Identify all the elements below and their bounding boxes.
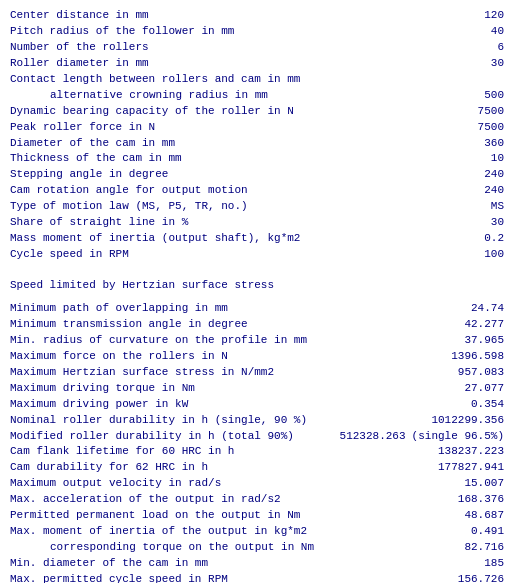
row-label: Number of the rollers [10, 40, 489, 56]
row-value: 15.007 [456, 476, 504, 492]
row-value: 120 [476, 8, 504, 24]
row-label: Minimum transmission angle in degree [10, 317, 456, 333]
table-row: Max. permitted cycle speed in RPM156.726 [10, 572, 504, 583]
table-row: Share of straight line in %30 [10, 215, 504, 231]
table-row: Maximum driving power in kW0.354 [10, 397, 504, 413]
row-label: Max. acceleration of the output in rad/s… [10, 492, 450, 508]
row-label: Mass moment of inertia (output shaft), k… [10, 231, 476, 247]
row-extra: (single 96.5%) [412, 429, 504, 445]
table-row: Roller diameter in mm30 [10, 56, 504, 72]
row-label: Roller diameter in mm [10, 56, 483, 72]
row-label: Cycle speed in RPM [10, 247, 476, 263]
row-value: 240 [476, 183, 504, 199]
row-value [496, 72, 504, 88]
row-label: Thickness of the cam in mm [10, 151, 483, 167]
row-value: 7500 [470, 104, 504, 120]
table-row: Dynamic bearing capacity of the roller i… [10, 104, 504, 120]
table-row: alternative crowning radius in mm500 [10, 88, 504, 104]
table-row: Maximum Hertzian surface stress in N/mm2… [10, 365, 504, 381]
table-row: Cam rotation angle for output motion240 [10, 183, 504, 199]
table-row: Cam flank lifetime for 60 HRC in h138237… [10, 444, 504, 460]
table-row: Type of motion law (MS, P5, TR, no.)MS [10, 199, 504, 215]
table-row: Cycle speed in RPM100 [10, 247, 504, 263]
table-row: Contact length between rollers and cam i… [10, 72, 504, 88]
row-value: 168.376 [450, 492, 504, 508]
table-row: Permitted permanent load on the output i… [10, 508, 504, 524]
row-label: Pitch radius of the follower in mm [10, 24, 483, 40]
row-label: Stepping angle in degree [10, 167, 476, 183]
row-label: Modified roller durability in h (total 9… [10, 429, 332, 445]
row-label: corresponding torque on the output in Nm [10, 540, 456, 556]
row-value: 24.74 [463, 301, 504, 317]
row-label: Maximum output velocity in rad/s [10, 476, 456, 492]
row-value: 0.491 [463, 524, 504, 540]
row-label: Type of motion law (MS, P5, TR, no.) [10, 199, 483, 215]
row-label: Cam rotation angle for output motion [10, 183, 476, 199]
row-label: Nominal roller durability in h (single, … [10, 413, 423, 429]
input-params-table: Center distance in mm120Pitch radius of … [10, 8, 504, 263]
table-row: Stepping angle in degree240 [10, 167, 504, 183]
row-label: Cam durability for 62 HRC in h [10, 460, 430, 476]
row-label: Share of straight line in % [10, 215, 483, 231]
row-value: 7500 [470, 120, 504, 136]
row-label: Min. radius of curvature on the profile … [10, 333, 456, 349]
row-value: 500 [476, 88, 504, 104]
row-label: alternative crowning radius in mm [10, 88, 476, 104]
section-header: Speed limited by Hertzian surface stress [10, 279, 504, 291]
row-value: 512328.263 [332, 429, 406, 445]
table-row: Max. acceleration of the output in rad/s… [10, 492, 504, 508]
table-row: Mass moment of inertia (output shaft), k… [10, 231, 504, 247]
row-value: 10 [483, 151, 504, 167]
table-row: Min. radius of curvature on the profile … [10, 333, 504, 349]
row-value: MS [483, 199, 504, 215]
table-row: Pitch radius of the follower in mm40 [10, 24, 504, 40]
table-row: Min. diameter of the cam in mm185 [10, 556, 504, 572]
row-value: 185 [476, 556, 504, 572]
row-value: 42.277 [456, 317, 504, 333]
row-value: 360 [476, 136, 504, 152]
row-label: Max. permitted cycle speed in RPM [10, 572, 450, 583]
row-value: 37.965 [456, 333, 504, 349]
row-value: 40 [483, 24, 504, 40]
table-row: Minimum transmission angle in degree42.2… [10, 317, 504, 333]
table-row: Diameter of the cam in mm360 [10, 136, 504, 152]
row-label: Minimum path of overlapping in mm [10, 301, 463, 317]
row-value: 30 [483, 56, 504, 72]
row-value: 177827.941 [430, 460, 504, 476]
table-row: Modified roller durability in h (total 9… [10, 429, 504, 445]
row-value: 82.716 [456, 540, 504, 556]
table-row: Peak roller force in N7500 [10, 120, 504, 136]
table-row: Center distance in mm120 [10, 8, 504, 24]
main-container: Center distance in mm120Pitch radius of … [10, 8, 504, 583]
row-value: 1012299.356 [423, 413, 504, 429]
row-label: Min. diameter of the cam in mm [10, 556, 476, 572]
table-row: Nominal roller durability in h (single, … [10, 413, 504, 429]
table-row: Minimum path of overlapping in mm24.74 [10, 301, 504, 317]
row-value: 156.726 [450, 572, 504, 583]
row-label: Maximum force on the rollers in N [10, 349, 443, 365]
row-value: 240 [476, 167, 504, 183]
row-label: Max. moment of inertia of the output in … [10, 524, 463, 540]
row-value: 6 [489, 40, 504, 56]
table-row: Maximum force on the rollers in N1396.59… [10, 349, 504, 365]
table-row: Number of the rollers6 [10, 40, 504, 56]
row-label: Dynamic bearing capacity of the roller i… [10, 104, 470, 120]
table-row: Cam durability for 62 HRC in h177827.941 [10, 460, 504, 476]
row-value: 30 [483, 215, 504, 231]
row-value: 0.2 [476, 231, 504, 247]
row-label: Maximum Hertzian surface stress in N/mm2 [10, 365, 450, 381]
row-label: Maximum driving torque in Nm [10, 381, 456, 397]
row-value: 0.354 [463, 397, 504, 413]
row-value: 138237.223 [430, 444, 504, 460]
table-row: Max. moment of inertia of the output in … [10, 524, 504, 540]
table-row: Maximum output velocity in rad/s15.007 [10, 476, 504, 492]
row-label: Permitted permanent load on the output i… [10, 508, 456, 524]
table-row: Thickness of the cam in mm10 [10, 151, 504, 167]
row-label: Contact length between rollers and cam i… [10, 72, 496, 88]
row-label: Cam flank lifetime for 60 HRC in h [10, 444, 430, 460]
row-label: Maximum driving power in kW [10, 397, 463, 413]
row-label: Center distance in mm [10, 8, 476, 24]
row-value: 100 [476, 247, 504, 263]
row-value: 48.687 [456, 508, 504, 524]
row-label: Diameter of the cam in mm [10, 136, 476, 152]
